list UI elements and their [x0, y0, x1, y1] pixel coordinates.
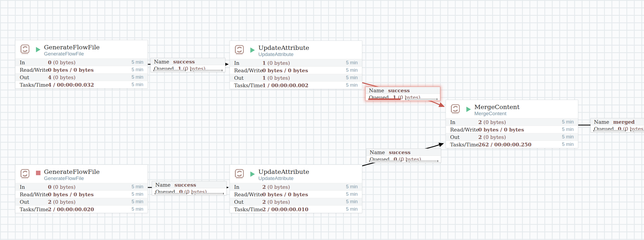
connection-label-success-4[interactable]: Name success Queued 0 (0 bytes) — [152, 181, 227, 195]
stat-window: 5 min — [346, 184, 358, 190]
processor-header: UpdateAttribute UpdateAttribute — [230, 165, 362, 183]
stat-row-readwrite: Read/Write 0 bytes / 0 bytes 5 min — [446, 126, 578, 133]
connection-name-key: Name — [370, 149, 385, 155]
connection-name-value: merged — [613, 119, 635, 125]
stat-row-out: Out 2 (0 bytes) 5 min — [230, 198, 362, 205]
queue-usage-bars — [153, 70, 222, 71]
stat-row-out: Out 1 (0 bytes) 5 min — [230, 74, 362, 81]
processor-type: GenerateFlowFile — [44, 51, 100, 57]
stat-row-in: In 0 (0 bytes) 5 min — [15, 58, 148, 66]
play-icon — [466, 107, 471, 112]
processor-type: UpdateAttribute — [258, 175, 309, 181]
connection-name-row: Name merged — [591, 118, 644, 125]
queue-usage-bars — [155, 193, 224, 194]
connection-name-value: success — [174, 182, 196, 188]
processor-generateflowfile-1[interactable]: GenerateFlowFile GenerateFlowFile In 0 (… — [15, 40, 148, 89]
connection-label-success-1[interactable]: Name success Queued 1 (0 bytes) — [150, 58, 225, 72]
stop-icon — [36, 171, 40, 175]
connection-name-row: Name success — [152, 181, 226, 188]
stat-label: Out — [20, 199, 48, 205]
stat-value: 2 / 00:00:00.020 — [48, 206, 132, 212]
connection-label-merged[interactable]: Name merged Queued 0 (0 bytes) — [590, 118, 644, 132]
stat-window: 5 min — [346, 199, 358, 205]
stat-window: 5 min — [132, 199, 143, 205]
stat-window: 5 min — [132, 206, 143, 212]
processor-stamp-icon — [450, 104, 461, 114]
stat-label: Tasks/Time — [234, 206, 262, 212]
stat-window: 5 min — [132, 74, 143, 80]
processor-type: GenerateFlowFile — [44, 175, 100, 181]
stat-label: Out — [20, 74, 48, 80]
play-icon — [250, 47, 255, 53]
stat-value: 2 (0 bytes) — [262, 199, 346, 205]
processor-header: MergeContent MergeContent — [446, 100, 578, 118]
stat-window: 5 min — [562, 127, 574, 132]
connection-name-row: Name success — [366, 87, 440, 94]
queue-usage-bars — [593, 130, 644, 131]
processor-header: GenerateFlowFile GenerateFlowFile — [15, 165, 148, 183]
stat-value: 1 / 00:00:00.002 — [262, 82, 346, 88]
processor-type: UpdateAttribute — [258, 51, 309, 57]
stat-row-in: In 2 (0 bytes) 5 min — [446, 118, 578, 126]
stat-window: 5 min — [346, 191, 358, 197]
stat-label: Read/Write — [20, 67, 48, 73]
processor-updateattribute-1[interactable]: UpdateAttribute UpdateAttribute In 1 (0 … — [230, 41, 362, 89]
stat-window: 5 min — [562, 119, 574, 125]
stat-label: Out — [234, 75, 262, 81]
stat-label: Out — [450, 134, 478, 140]
connection-name-value: success — [173, 59, 195, 65]
processor-generateflowfile-2[interactable]: GenerateFlowFile GenerateFlowFile In 0 (… — [15, 165, 148, 213]
stat-value: 0 (0 bytes) — [48, 59, 132, 65]
stat-label: Tasks/Time — [450, 142, 478, 147]
processor-name: MergeContent — [474, 103, 520, 110]
stat-value: 262 / 00:00:00.250 — [478, 142, 562, 147]
stat-window: 5 min — [132, 82, 143, 87]
connection-name-key: Name — [155, 182, 170, 188]
stat-value: 4 (0 bytes) — [48, 74, 132, 80]
processor-mergecontent[interactable]: MergeContent MergeContent In 2 (0 bytes)… — [446, 100, 578, 148]
flow-canvas[interactable]: GenerateFlowFile GenerateFlowFile In 0 (… — [0, 0, 644, 240]
stat-window: 5 min — [346, 75, 358, 81]
stat-label: In — [20, 59, 48, 65]
stat-label: Tasks/Time — [20, 206, 48, 212]
stat-value: 0 (0 bytes) — [48, 184, 132, 190]
connection-name-row: Name success — [366, 149, 441, 156]
stat-row-readwrite: Read/Write 0 bytes / 0 bytes 5 min — [15, 190, 148, 198]
stat-row-out: Out 2 (0 bytes) 5 min — [15, 198, 148, 205]
stat-label: In — [234, 184, 262, 190]
stat-row-taskstime: Tasks/Time 2 / 00:00:00.020 5 min — [15, 205, 148, 213]
connection-name-value: success — [389, 149, 410, 155]
processor-header: UpdateAttribute UpdateAttribute — [230, 41, 362, 59]
stat-window: 5 min — [132, 184, 143, 190]
stat-value: 2 (0 bytes) — [262, 184, 346, 190]
stat-value: 2 (0 bytes) — [48, 199, 132, 205]
stat-value: 0 bytes / 0 bytes — [262, 67, 346, 73]
queue-usage-bars — [369, 160, 438, 162]
processor-stamp-icon — [20, 169, 30, 179]
stat-row-readwrite: Read/Write 0 bytes / 0 bytes 5 min — [230, 190, 362, 198]
processor-stamp-icon — [234, 45, 245, 55]
connection-label-success-3[interactable]: Name success Queued 0 (0 bytes) — [366, 149, 441, 163]
stat-row-out: Out 2 (0 bytes) 5 min — [446, 133, 578, 141]
stat-row-in: In 1 (0 bytes) 5 min — [230, 59, 362, 66]
stat-row-readwrite: Read/Write 0 bytes / 0 bytes 5 min — [15, 66, 148, 73]
stat-window: 5 min — [346, 206, 358, 212]
stat-label: In — [450, 119, 478, 125]
stat-label: Tasks/Time — [20, 82, 48, 88]
connection-label-success-2-selected[interactable]: Name success Queued 1 (0 bytes) — [365, 87, 440, 101]
stat-value: 0 bytes / 0 bytes — [48, 191, 132, 197]
stat-window: 5 min — [132, 191, 143, 197]
stat-label: In — [20, 184, 48, 190]
stat-label: Out — [234, 199, 262, 205]
stat-value: 0 bytes / 0 bytes — [262, 191, 346, 197]
processor-updateattribute-2[interactable]: UpdateAttribute UpdateAttribute In 2 (0 … — [230, 165, 362, 213]
stat-row-taskstime: Tasks/Time 4 / 00:00:00.032 5 min — [15, 81, 148, 88]
play-icon — [250, 171, 255, 177]
stat-window: 5 min — [562, 142, 574, 147]
stat-window: 5 min — [132, 67, 143, 73]
stat-label: Read/Write — [234, 67, 262, 73]
stat-row-out: Out 4 (0 bytes) 5 min — [15, 73, 148, 81]
stat-window: 5 min — [346, 60, 358, 66]
stat-row-in: In 0 (0 bytes) 5 min — [15, 183, 148, 190]
stat-row-in: In 2 (0 bytes) 5 min — [230, 183, 362, 190]
